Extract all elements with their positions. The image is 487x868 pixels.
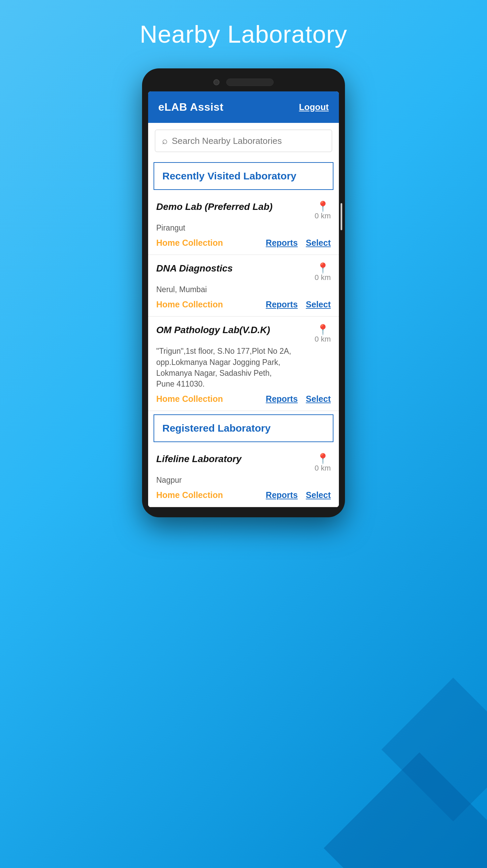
- reports-button-4[interactable]: Reports: [266, 490, 298, 500]
- location-pin-icon-1: 📍: [317, 201, 329, 212]
- lab-actions-3: Home CollectionReportsSelect: [156, 394, 331, 404]
- lab-card-2: DNA Diagnostics📍0 kmNerul, MumbaiHome Co…: [148, 255, 339, 317]
- lab-address-3: "Trigun",1st floor, S.No 177,Plot No 2A,…: [156, 346, 292, 389]
- phone-camera: [213, 79, 219, 85]
- lab-distance-4: 📍0 km: [315, 454, 331, 473]
- select-button-1[interactable]: Select: [306, 238, 331, 248]
- search-box: ⌕: [155, 130, 332, 152]
- lab-distance-2: 📍0 km: [315, 263, 331, 282]
- lab-card-4: Lifeline Laboratory📍0 kmNagpurHome Colle…: [148, 446, 339, 507]
- lab-name-3: OM Pathology Lab(V.D.K): [156, 325, 270, 335]
- section-title-registered: Registered Laboratory: [162, 422, 271, 434]
- home-collection-button-4[interactable]: Home Collection: [156, 490, 223, 500]
- lab-distance-3: 📍0 km: [315, 325, 331, 344]
- reports-button-1[interactable]: Reports: [266, 238, 298, 248]
- search-container: ⌕: [148, 123, 339, 159]
- lab-card-top-3: OM Pathology Lab(V.D.K)📍0 km: [156, 325, 331, 344]
- lab-card-top-1: Demo Lab (Preferred Lab)📍0 km: [156, 201, 331, 220]
- section-title-recently-visited: Recently Visited Laboratory: [162, 170, 296, 181]
- home-collection-button-2[interactable]: Home Collection: [156, 300, 223, 309]
- lab-address-4: Nagpur: [156, 475, 292, 485]
- section-header-recently-visited: Recently Visited Laboratory: [154, 162, 333, 190]
- sections-container: Recently Visited LaboratoryDemo Lab (Pre…: [148, 162, 339, 507]
- lab-name-4: Lifeline Laboratory: [156, 454, 241, 464]
- distance-text-4: 0 km: [315, 464, 331, 473]
- search-icon: ⌕: [162, 135, 168, 146]
- app-header: eLAB Assist Logout: [148, 91, 339, 123]
- phone-top-bar: [148, 79, 339, 86]
- location-pin-icon-3: 📍: [317, 325, 329, 335]
- reports-button-2[interactable]: Reports: [266, 300, 298, 309]
- reports-button-3[interactable]: Reports: [266, 394, 298, 404]
- search-input[interactable]: [172, 136, 325, 146]
- app-logo: eLAB Assist: [158, 101, 224, 113]
- lab-distance-1: 📍0 km: [315, 201, 331, 220]
- phone-screen: eLAB Assist Logout ⌕ Recently Visited La…: [148, 91, 339, 507]
- page-title: Nearby Laboratory: [140, 20, 347, 48]
- phone-frame: eLAB Assist Logout ⌕ Recently Visited La…: [142, 68, 345, 517]
- select-button-4[interactable]: Select: [306, 490, 331, 500]
- lab-card-3: OM Pathology Lab(V.D.K)📍0 km"Trigun",1st…: [148, 317, 339, 411]
- distance-text-2: 0 km: [315, 273, 331, 282]
- select-button-2[interactable]: Select: [306, 300, 331, 309]
- distance-text-1: 0 km: [315, 212, 331, 220]
- lab-address-1: Pirangut: [156, 222, 292, 233]
- home-collection-button-3[interactable]: Home Collection: [156, 394, 223, 404]
- lab-actions-2: Home CollectionReportsSelect: [156, 300, 331, 309]
- location-pin-icon-4: 📍: [317, 454, 329, 464]
- lab-address-2: Nerul, Mumbai: [156, 284, 292, 295]
- lab-actions-1: Home CollectionReportsSelect: [156, 238, 331, 248]
- phone-scrollbar[interactable]: [341, 203, 342, 230]
- lab-actions-4: Home CollectionReportsSelect: [156, 490, 331, 500]
- select-button-3[interactable]: Select: [306, 394, 331, 404]
- lab-card-1: Demo Lab (Preferred Lab)📍0 kmPirangutHom…: [148, 193, 339, 255]
- phone-speaker: [226, 79, 274, 86]
- lab-name-1: Demo Lab (Preferred Lab): [156, 201, 273, 212]
- section-header-registered: Registered Laboratory: [154, 414, 333, 442]
- location-pin-icon-2: 📍: [317, 263, 329, 273]
- lab-name-2: DNA Diagnostics: [156, 263, 233, 274]
- lab-card-top-4: Lifeline Laboratory📍0 km: [156, 454, 331, 473]
- logout-button[interactable]: Logout: [299, 102, 329, 112]
- home-collection-button-1[interactable]: Home Collection: [156, 238, 223, 248]
- distance-text-3: 0 km: [315, 335, 331, 344]
- lab-card-top-2: DNA Diagnostics📍0 km: [156, 263, 331, 282]
